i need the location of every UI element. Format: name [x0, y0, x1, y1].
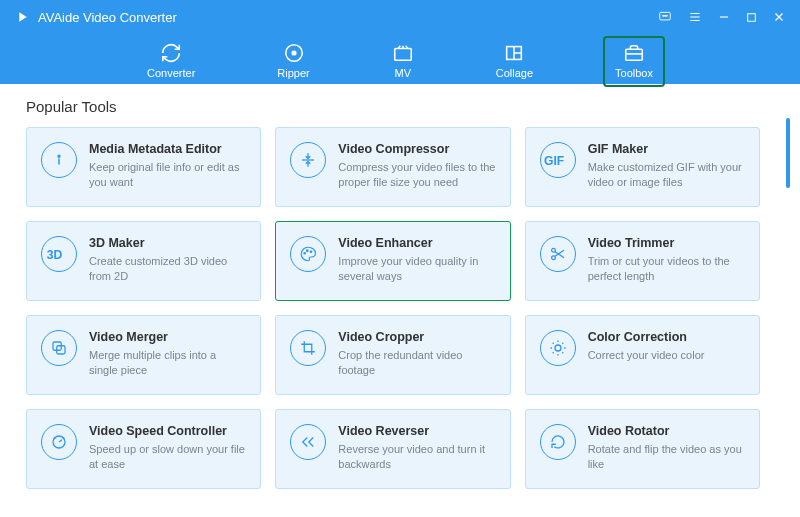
card-title: Video Speed Controller — [89, 424, 246, 438]
svg-rect-17 — [626, 49, 643, 60]
card-body: Video CompressorCompress your video file… — [338, 142, 495, 190]
card-body: Video EnhancerImprove your video quality… — [338, 236, 495, 284]
card-desc: Crop the redundant video footage — [338, 348, 495, 378]
feedback-icon[interactable] — [657, 10, 673, 24]
nav-toolbox[interactable]: Toolbox — [603, 36, 665, 87]
card-title: GIF Maker — [588, 142, 745, 156]
content-area: Popular Tools Media Metadata EditorKeep … — [0, 84, 800, 517]
card-body: Video RotatorRotate and flip the video a… — [588, 424, 745, 472]
nav-collage[interactable]: Collage — [484, 36, 545, 87]
reverse-icon — [290, 424, 326, 460]
info-icon — [41, 142, 77, 178]
svg-point-1 — [663, 15, 664, 16]
card-desc: Merge multiple clips into a single piece — [89, 348, 246, 378]
card-title: Video Merger — [89, 330, 246, 344]
tool-card-speed[interactable]: Video Speed ControllerSpeed up or slow d… — [26, 409, 261, 489]
nav-ripper[interactable]: Ripper — [265, 36, 321, 87]
speed-icon — [41, 424, 77, 460]
svg-point-23 — [304, 253, 306, 255]
tool-card-3d[interactable]: 3D3D MakerCreate customized 3D video fro… — [26, 221, 261, 301]
tool-card-merge[interactable]: Video MergerMerge multiple clips into a … — [26, 315, 261, 395]
tool-card-reverse[interactable]: Video ReverserReverse your video and tur… — [275, 409, 510, 489]
main-nav: Converter Ripper MV Collage Toolbox — [0, 34, 800, 84]
card-title: Video Rotator — [588, 424, 745, 438]
menu-icon[interactable] — [687, 10, 703, 24]
svg-point-12 — [292, 51, 296, 55]
nav-label: Converter — [147, 67, 195, 79]
card-desc: Rotate and flip the video as you like — [588, 442, 745, 472]
tool-card-compress[interactable]: Video CompressorCompress your video file… — [275, 127, 510, 207]
titlebar: AVAide Video Converter — [0, 0, 800, 34]
nav-label: MV — [394, 67, 411, 79]
app-title: AVAide Video Converter — [38, 10, 657, 25]
nav-mv[interactable]: MV — [380, 36, 426, 87]
section-title: Popular Tools — [26, 98, 774, 115]
merge-icon — [41, 330, 77, 366]
card-desc: Create customized 3D video from 2D — [89, 254, 246, 284]
card-title: Media Metadata Editor — [89, 142, 246, 156]
svg-point-3 — [666, 15, 667, 16]
scrollbar-thumb[interactable] — [786, 118, 790, 188]
tool-card-info[interactable]: Media Metadata EditorKeep original file … — [26, 127, 261, 207]
card-title: Video Compressor — [338, 142, 495, 156]
card-desc: Keep original file info or edit as you w… — [89, 160, 246, 190]
ripper-icon — [283, 42, 305, 64]
tool-card-scissors[interactable]: Video TrimmerTrim or cut your videos to … — [525, 221, 760, 301]
card-title: 3D Maker — [89, 236, 246, 250]
card-body: Video ReverserReverse your video and tur… — [338, 424, 495, 472]
scissors-icon — [540, 236, 576, 272]
card-body: Color CorrectionCorrect your video color — [588, 330, 745, 363]
card-body: Video MergerMerge multiple clips into a … — [89, 330, 246, 378]
tool-card-brightness[interactable]: Color CorrectionCorrect your video color — [525, 315, 760, 395]
svg-point-30 — [555, 345, 561, 351]
svg-text:3D: 3D — [47, 248, 63, 262]
svg-rect-13 — [394, 48, 411, 60]
toolbox-icon — [623, 42, 645, 64]
svg-point-26 — [551, 248, 555, 252]
nav-label: Ripper — [277, 67, 309, 79]
card-desc: Reverse your video and turn it backwards — [338, 442, 495, 472]
card-title: Video Enhancer — [338, 236, 495, 250]
card-title: Video Cropper — [338, 330, 495, 344]
palette-icon — [290, 236, 326, 272]
card-body: GIF MakerMake customized GIF with your v… — [588, 142, 745, 190]
crop-icon — [290, 330, 326, 366]
mv-icon — [392, 42, 414, 64]
card-body: Media Metadata EditorKeep original file … — [89, 142, 246, 190]
svg-point-2 — [664, 15, 665, 16]
app-logo-icon — [14, 9, 30, 25]
nav-label: Toolbox — [615, 67, 653, 79]
gif-icon: GIF — [540, 142, 576, 178]
3d-icon: 3D — [41, 236, 77, 272]
card-body: Video CropperCrop the redundant video fo… — [338, 330, 495, 378]
tool-card-crop[interactable]: Video CropperCrop the redundant video fo… — [275, 315, 510, 395]
minimize-icon[interactable] — [717, 10, 731, 24]
window-controls — [657, 10, 786, 24]
nav-label: Collage — [496, 67, 533, 79]
svg-point-24 — [307, 250, 309, 252]
svg-text:GIF: GIF — [544, 154, 564, 168]
card-title: Video Reverser — [338, 424, 495, 438]
nav-converter[interactable]: Converter — [135, 36, 207, 87]
svg-rect-8 — [748, 13, 756, 21]
card-desc: Correct your video color — [588, 348, 745, 363]
card-desc: Trim or cut your videos to the perfect l… — [588, 254, 745, 284]
card-title: Video Trimmer — [588, 236, 745, 250]
close-icon[interactable] — [772, 10, 786, 24]
card-desc: Improve your video quality in several wa… — [338, 254, 495, 284]
svg-point-27 — [551, 256, 555, 260]
card-desc: Speed up or slow down your file at ease — [89, 442, 246, 472]
tools-grid: Media Metadata EditorKeep original file … — [26, 127, 774, 489]
maximize-icon[interactable] — [745, 11, 758, 24]
card-desc: Make customized GIF with your video or i… — [588, 160, 745, 190]
converter-icon — [160, 42, 182, 64]
svg-point-25 — [311, 251, 313, 253]
svg-point-19 — [58, 155, 60, 157]
tool-card-palette[interactable]: Video EnhancerImprove your video quality… — [275, 221, 510, 301]
card-title: Color Correction — [588, 330, 745, 344]
tool-card-gif[interactable]: GIFGIF MakerMake customized GIF with you… — [525, 127, 760, 207]
brightness-icon — [540, 330, 576, 366]
card-body: 3D MakerCreate customized 3D video from … — [89, 236, 246, 284]
tool-card-rotate[interactable]: Video RotatorRotate and flip the video a… — [525, 409, 760, 489]
collage-icon — [503, 42, 525, 64]
